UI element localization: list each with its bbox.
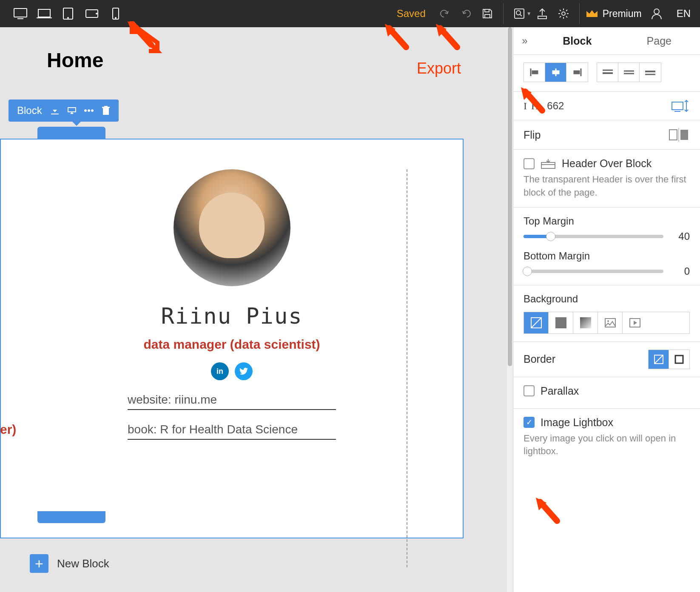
top-margin-label: Top Margin <box>524 215 690 227</box>
valign-middle-button[interactable] <box>618 63 640 82</box>
block-toolbar: Block <box>9 100 119 122</box>
vertical-align-group <box>597 63 661 82</box>
annotation-arrow-export <box>434 24 468 60</box>
top-margin-value: 40 <box>672 231 690 242</box>
block-swap-down-button[interactable] <box>63 102 80 119</box>
add-block-button[interactable]: + <box>30 554 48 573</box>
collapse-panel-button[interactable]: » <box>513 35 536 47</box>
annotation-arrow-lightbox <box>534 498 568 533</box>
tab-page[interactable]: Page <box>618 35 700 47</box>
new-block-row: + New Block <box>30 554 109 573</box>
svg-line-14 <box>520 14 522 16</box>
svg-rect-16 <box>538 16 546 19</box>
website-link[interactable]: website: riinu.me <box>128 393 336 410</box>
image-lightbox-checkbox[interactable]: ✓ <box>524 417 535 428</box>
canvas-scrollbar[interactable] <box>507 27 513 592</box>
top-margin-slider[interactable] <box>524 235 663 238</box>
bg-image-button[interactable] <box>598 312 623 333</box>
bottom-margin-label: Bottom Margin <box>524 250 690 262</box>
svg-rect-42 <box>669 130 677 140</box>
annotation-export-label: Export <box>417 60 461 77</box>
svg-rect-20 <box>68 108 76 112</box>
svg-point-7 <box>96 13 97 14</box>
bg-gradient-button[interactable] <box>573 312 598 333</box>
svg-point-23 <box>91 110 93 112</box>
svg-point-21 <box>84 110 86 112</box>
responsive-height-icon[interactable] <box>671 100 690 112</box>
tablet-device-button[interactable] <box>59 4 77 23</box>
svg-point-22 <box>88 110 90 112</box>
valign-bottom-button[interactable] <box>640 63 661 82</box>
background-label: Background <box>524 293 690 305</box>
svg-rect-28 <box>532 71 538 74</box>
header-over-block-checkbox[interactable] <box>524 158 535 169</box>
book-link[interactable]: book: R for Health Data Science <box>128 423 336 440</box>
bottom-margin-slider[interactable] <box>524 270 663 273</box>
svg-point-5 <box>68 17 68 18</box>
svg-rect-32 <box>574 71 580 74</box>
svg-point-9 <box>115 17 116 18</box>
account-button[interactable] <box>646 3 667 24</box>
align-left-button[interactable] <box>524 63 545 82</box>
undo-button[interactable] <box>434 3 455 24</box>
border-solid-button[interactable] <box>669 350 689 369</box>
svg-point-18 <box>654 9 659 14</box>
flip-icon[interactable] <box>669 128 690 142</box>
parallax-label: Parallax <box>541 385 579 397</box>
svg-rect-30 <box>552 71 559 74</box>
image-lightbox-hint: Every image you click on will open in li… <box>524 432 690 458</box>
svg-rect-10 <box>485 9 489 12</box>
device-preview-group <box>0 4 136 23</box>
block-swap-up-button[interactable] <box>46 102 63 119</box>
svg-rect-11 <box>485 14 490 18</box>
svg-rect-39 <box>672 102 683 110</box>
export-button[interactable] <box>532 3 553 24</box>
bg-color-button[interactable] <box>549 312 573 333</box>
redo-button[interactable] <box>455 3 477 24</box>
tab-block[interactable]: Block <box>536 35 618 47</box>
block-delete-button[interactable] <box>97 102 114 119</box>
settings-button[interactable] <box>553 3 574 24</box>
svg-rect-0 <box>14 9 27 17</box>
block-toolbar-label: Block <box>13 105 46 117</box>
save-button[interactable] <box>477 3 498 24</box>
svg-rect-56 <box>675 356 683 363</box>
premium-label: Premium <box>603 8 642 20</box>
svg-point-17 <box>562 12 565 15</box>
bg-none-button[interactable] <box>524 312 549 333</box>
border-options <box>648 350 690 369</box>
parallax-checkbox[interactable] <box>524 385 535 396</box>
annotation-arrow-align <box>519 87 553 123</box>
block-more-button[interactable] <box>80 102 97 119</box>
language-button[interactable]: EN <box>667 8 700 20</box>
header-over-block-label: Header Over Block <box>562 157 652 170</box>
social-icons-row: in <box>1 362 463 380</box>
block-tab-bottom[interactable] <box>37 511 105 523</box>
border-none-button[interactable] <box>649 350 669 369</box>
selected-block[interactable]: er) Riinu Pius data manager (data scient… <box>0 139 464 538</box>
svg-line-55 <box>654 355 663 364</box>
svg-rect-26 <box>104 106 108 107</box>
premium-badge[interactable]: Premium <box>585 8 642 20</box>
flip-label: Flip <box>524 129 541 141</box>
tablet-landscape-device-button[interactable] <box>83 4 101 23</box>
header-over-block-hint: The transparent Header is over the first… <box>524 173 690 199</box>
background-options <box>524 312 690 334</box>
mobile-device-button[interactable] <box>106 4 125 23</box>
truncated-text: er) <box>0 422 16 437</box>
profile-name[interactable]: Riinu Pius <box>1 303 463 329</box>
align-right-button[interactable] <box>566 63 588 82</box>
block-tab-top[interactable] <box>37 127 105 139</box>
linkedin-icon[interactable]: in <box>211 362 229 380</box>
top-toolbar: Saved ▼ Premium EN <box>0 0 700 27</box>
border-label: Border <box>524 353 555 365</box>
twitter-icon[interactable] <box>235 362 253 380</box>
desktop-device-button[interactable] <box>11 4 30 23</box>
align-center-button[interactable] <box>545 63 566 82</box>
bg-video-button[interactable] <box>623 312 647 333</box>
avatar-image[interactable] <box>174 169 290 286</box>
svg-rect-50 <box>580 317 591 328</box>
profile-role[interactable]: data manager (data scientist) <box>1 337 463 352</box>
valign-top-button[interactable] <box>597 63 618 82</box>
laptop-device-button[interactable] <box>35 4 54 23</box>
